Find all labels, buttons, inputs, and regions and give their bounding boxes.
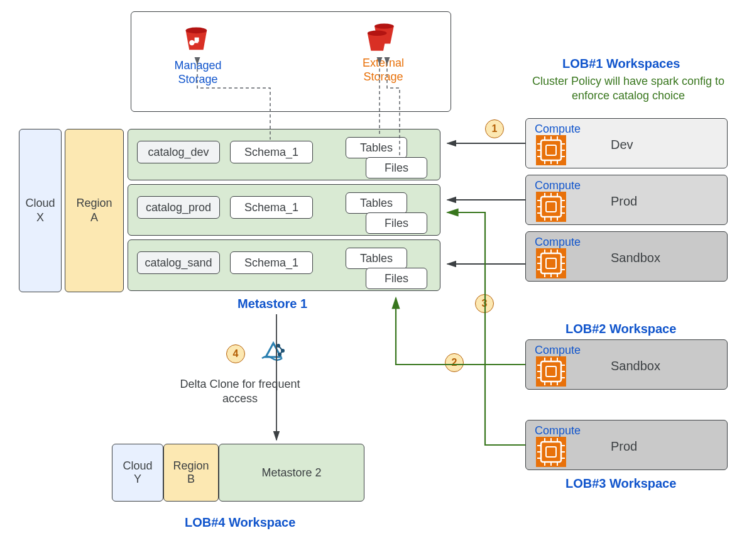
- region-a: Region A: [65, 129, 124, 292]
- lob1-title: LOB#1 Workspaces: [562, 57, 680, 71]
- chip-icon: [536, 248, 566, 278]
- tables-dev: Tables: [346, 137, 407, 158]
- metastore-1-label: Metastore 1: [238, 297, 307, 311]
- workspace-dev: Compute Dev: [525, 118, 728, 168]
- compute-label-lob3: Compute: [535, 424, 581, 437]
- managed-storage-label: Managed Storage: [163, 59, 232, 86]
- catalog-sand: catalog_sand: [137, 251, 220, 274]
- workspace-dev-name: Dev: [611, 138, 633, 152]
- managed-storage: Managed Storage: [163, 25, 232, 86]
- cloud-x: Cloud X: [19, 129, 62, 292]
- compute-label-dev: Compute: [535, 123, 581, 136]
- workspace-lob2-name: Sandbox: [611, 359, 660, 373]
- lob4-title: LOB#4 Workspace: [185, 515, 295, 530]
- workspace-prod-name: Prod: [611, 194, 637, 209]
- catalog-dev: catalog_dev: [137, 141, 220, 163]
- bucket-icon: [182, 25, 214, 57]
- workspace-sandbox: Compute Sandbox: [525, 231, 728, 282]
- schema-dev: Schema_1: [230, 141, 313, 163]
- lob1-subtitle: Cluster Policy will have spark config to…: [515, 74, 741, 102]
- cloud-y-label: Cloud Y: [112, 459, 163, 486]
- schema-sand: Schema_1: [230, 251, 313, 274]
- lob2-title: LOB#2 Workspace: [566, 322, 676, 336]
- bucket-pair-icon: [366, 23, 401, 55]
- files-dev: Files: [366, 157, 427, 178]
- compute-label-lob2: Compute: [535, 344, 581, 357]
- tables-sand: Tables: [346, 248, 407, 269]
- badge-3: 3: [475, 294, 494, 313]
- lob3-title: LOB#3 Workspace: [566, 476, 676, 491]
- schema-prod: Schema_1: [230, 196, 313, 219]
- workspace-lob2: Compute Sandbox: [525, 339, 728, 390]
- files-sand: Files: [366, 268, 427, 289]
- region-b-label: Region B: [164, 459, 218, 486]
- cloud-y: Cloud Y: [112, 444, 163, 502]
- files-prod: Files: [366, 212, 427, 234]
- cloud-x-label: Cloud X: [19, 196, 61, 226]
- delta-clone-text: Delta Clone for frequent access: [171, 377, 309, 407]
- region-b: Region B: [163, 444, 219, 502]
- compute-label-prod: Compute: [535, 179, 581, 192]
- compute-label-sandbox: Compute: [535, 236, 581, 249]
- workspace-sandbox-name: Sandbox: [611, 251, 660, 265]
- region-a-label: Region A: [65, 196, 123, 226]
- external-storage-label: External Storage: [349, 57, 418, 84]
- chip-icon: [536, 356, 566, 387]
- metastore-2: Metastore 2: [219, 444, 364, 502]
- delta-share-icon: [261, 339, 290, 365]
- tables-prod: Tables: [346, 192, 407, 214]
- badge-2: 2: [445, 353, 464, 372]
- catalog-prod: catalog_prod: [137, 196, 220, 219]
- badge-1: 1: [485, 119, 504, 138]
- chip-icon: [536, 192, 566, 222]
- chip-icon: [536, 135, 566, 165]
- workspace-prod: Compute Prod: [525, 175, 728, 225]
- workspace-lob3: Compute Prod: [525, 420, 728, 470]
- external-storage: External Storage: [349, 23, 418, 84]
- workspace-lob3-name: Prod: [611, 439, 637, 454]
- metastore-2-label: Metastore 2: [261, 466, 321, 480]
- badge-4: 4: [226, 344, 245, 363]
- chip-icon: [536, 437, 566, 467]
